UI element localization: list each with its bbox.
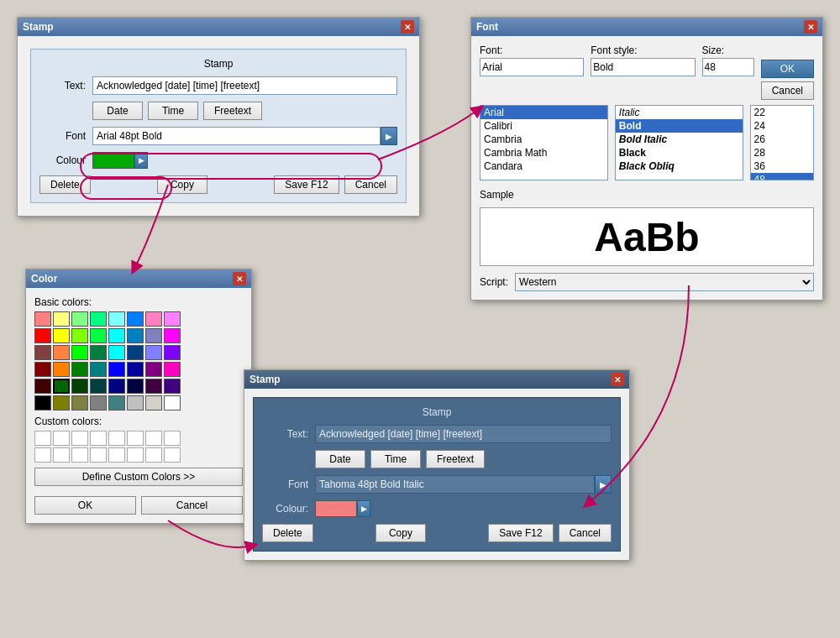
- color-cell-1[interactable]: [53, 311, 70, 327]
- font-size-input[interactable]: [702, 58, 754, 76]
- custom-cell-3[interactable]: [90, 431, 107, 446]
- font-cancel-btn[interactable]: Cancel: [761, 81, 814, 100]
- custom-cell-2[interactable]: [71, 431, 88, 446]
- color-cancel-btn[interactable]: Cancel: [141, 496, 243, 515]
- style-item-bold[interactable]: Bold: [616, 119, 743, 133]
- stamp2-freetext-btn[interactable]: Freetext: [426, 450, 485, 468]
- font-close-btn[interactable]: ✕: [804, 20, 817, 34]
- color-cell-18[interactable]: [71, 345, 88, 360]
- custom-cell-7[interactable]: [164, 431, 181, 446]
- color-cell-47[interactable]: [164, 395, 181, 411]
- color-cell-38[interactable]: [145, 379, 162, 394]
- stamp2-text-input[interactable]: [315, 425, 612, 443]
- font-list-item-arial[interactable]: Arial: [480, 106, 607, 119]
- color-close-btn[interactable]: ✕: [233, 272, 246, 285]
- color-cell-31[interactable]: [164, 362, 181, 377]
- stamp1-text-input[interactable]: [92, 76, 397, 95]
- stamp1-freetext-btn[interactable]: Freetext: [203, 102, 262, 120]
- stamp1-colour-arrow-btn[interactable]: ▶: [134, 152, 148, 169]
- stamp2-close-btn[interactable]: ✕: [611, 373, 624, 386]
- style-item-black-obliq[interactable]: Black Obliq: [616, 160, 743, 173]
- color-cell-27[interactable]: [90, 362, 107, 377]
- stamp1-save-btn[interactable]: Save F12: [274, 175, 339, 194]
- custom-cell-5[interactable]: [127, 431, 144, 446]
- color-cell-36[interactable]: [108, 379, 125, 394]
- stamp1-colour-swatch[interactable]: [92, 152, 134, 169]
- size-item-36[interactable]: 36: [751, 160, 813, 173]
- style-item-black[interactable]: Black: [616, 146, 743, 160]
- stamp2-font-input[interactable]: [315, 475, 595, 494]
- stamp1-date-btn[interactable]: Date: [92, 102, 143, 120]
- color-cell-37[interactable]: [127, 379, 144, 394]
- color-cell-10[interactable]: [71, 328, 88, 343]
- custom-cell-11[interactable]: [90, 447, 107, 463]
- color-cell-30[interactable]: [145, 362, 162, 377]
- color-cell-11[interactable]: [90, 328, 107, 343]
- color-cell-6[interactable]: [145, 311, 162, 327]
- custom-cell-13[interactable]: [127, 447, 144, 463]
- size-item-28[interactable]: 28: [751, 146, 813, 160]
- color-cell-4[interactable]: [108, 311, 125, 327]
- style-item-italic[interactable]: Italic: [616, 106, 743, 119]
- stamp2-copy-btn[interactable]: Copy: [375, 524, 426, 542]
- font-list-item-candara[interactable]: Candara: [480, 160, 607, 173]
- custom-cell-9[interactable]: [53, 447, 70, 463]
- color-cell-46[interactable]: [145, 395, 162, 411]
- stamp1-copy-btn[interactable]: Copy: [157, 175, 207, 194]
- color-cell-39[interactable]: [164, 379, 181, 394]
- color-cell-20[interactable]: [108, 345, 125, 360]
- color-cell-35[interactable]: [90, 379, 107, 394]
- color-cell-14[interactable]: [145, 328, 162, 343]
- size-item-22[interactable]: 22: [751, 106, 813, 119]
- color-cell-34[interactable]: [71, 379, 88, 394]
- color-cell-28[interactable]: [108, 362, 125, 377]
- stamp2-cancel-btn[interactable]: Cancel: [559, 524, 612, 542]
- stamp2-save-btn[interactable]: Save F12: [488, 524, 553, 542]
- custom-cell-12[interactable]: [108, 447, 125, 463]
- custom-cell-10[interactable]: [71, 447, 88, 463]
- font-ok-btn[interactable]: OK: [761, 60, 814, 78]
- color-cell-7[interactable]: [164, 311, 181, 327]
- color-ok-btn[interactable]: OK: [34, 496, 136, 515]
- font-size-listbox[interactable]: 22 24 26 28 36 48 72: [750, 105, 814, 180]
- custom-cell-15[interactable]: [164, 447, 181, 463]
- stamp1-font-input[interactable]: [92, 127, 381, 145]
- color-cell-24[interactable]: [34, 362, 51, 377]
- color-cell-0[interactable]: [34, 311, 51, 327]
- font-style-listbox[interactable]: Italic Bold Bold Italic Black Black Obli…: [615, 105, 743, 180]
- color-cell-17[interactable]: [53, 345, 70, 360]
- color-cell-19[interactable]: [90, 345, 107, 360]
- stamp1-time-btn[interactable]: Time: [148, 102, 198, 120]
- font-list-item-calibri[interactable]: Calibri: [480, 119, 607, 133]
- stamp2-delete-btn[interactable]: Delete: [262, 524, 313, 542]
- color-cell-44[interactable]: [108, 395, 125, 411]
- custom-cell-0[interactable]: [34, 431, 51, 446]
- custom-cell-1[interactable]: [53, 431, 70, 446]
- color-cell-22[interactable]: [145, 345, 162, 360]
- custom-cell-4[interactable]: [108, 431, 125, 446]
- script-select[interactable]: Western: [515, 273, 814, 291]
- color-cell-29[interactable]: [127, 362, 144, 377]
- custom-cell-6[interactable]: [145, 431, 162, 446]
- font-name-listbox[interactable]: Arial Calibri Cambria Cambria Math Canda…: [480, 105, 608, 180]
- color-cell-23[interactable]: [164, 345, 181, 360]
- custom-cell-8[interactable]: [34, 447, 51, 463]
- color-cell-12[interactable]: [108, 328, 125, 343]
- color-cell-26[interactable]: [71, 362, 88, 377]
- font-style-input[interactable]: [591, 58, 695, 76]
- font-name-input[interactable]: [480, 58, 584, 76]
- color-cell-32[interactable]: [34, 379, 51, 394]
- color-cell-3[interactable]: [90, 311, 107, 327]
- size-item-26[interactable]: 26: [751, 133, 813, 146]
- stamp1-cancel-btn[interactable]: Cancel: [344, 175, 397, 194]
- font-list-item-cambria-math[interactable]: Cambria Math: [480, 146, 607, 160]
- color-cell-15[interactable]: [164, 328, 181, 343]
- stamp2-font-arrow-btn[interactable]: ▶: [595, 475, 612, 494]
- stamp2-date-btn[interactable]: Date: [315, 450, 365, 468]
- color-cell-40[interactable]: [34, 395, 51, 411]
- color-cell-13[interactable]: [127, 328, 144, 343]
- color-cell-43[interactable]: [90, 395, 107, 411]
- style-item-bold-italic[interactable]: Bold Italic: [616, 133, 743, 146]
- stamp2-colour-swatch[interactable]: [315, 500, 357, 517]
- define-custom-colors-btn[interactable]: Define Custom Colors >>: [34, 468, 243, 486]
